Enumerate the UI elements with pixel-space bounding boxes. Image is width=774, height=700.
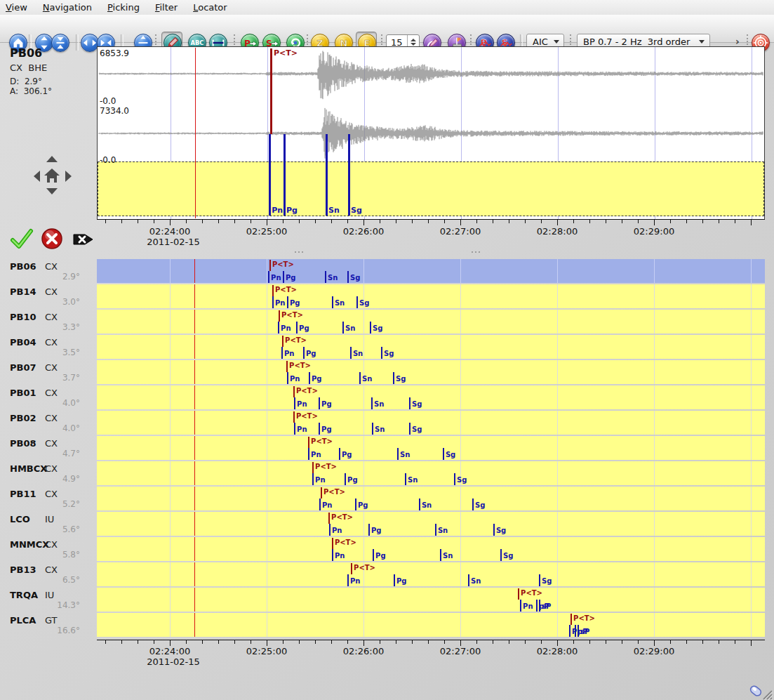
phase-pick-marker[interactable] [348, 134, 350, 216]
phase-pick-marker[interactable] [356, 296, 358, 308]
phase-pick-marker[interactable] [419, 498, 420, 510]
phase-pick-marker[interactable] [520, 600, 521, 612]
trace-row[interactable]: P<T>PnPgSnSg [97, 284, 765, 308]
station-label[interactable]: PB14CX3.0° [0, 284, 97, 308]
theoretical-pick-marker[interactable] [272, 285, 274, 296]
trace-row[interactable]: P<T>PnPgSnSg [97, 335, 765, 359]
trace-row[interactable]: P<T>PnPgSnSg [97, 310, 765, 334]
phase-pick-marker[interactable] [372, 423, 373, 435]
station-label[interactable]: PB10CX3.3° [0, 310, 97, 334]
phase-pick-marker[interactable] [272, 296, 274, 308]
nav-left-button[interactable] [34, 171, 40, 182]
phase-pick-marker[interactable] [575, 625, 576, 637]
nav-right-button[interactable] [65, 171, 72, 182]
station-label[interactable]: PB01CX4.0° [0, 385, 97, 409]
theoretical-pick-marker[interactable] [321, 487, 322, 498]
phase-pick-marker[interactable] [347, 574, 349, 586]
phase-pick-marker[interactable] [347, 271, 349, 283]
phase-pick-marker[interactable] [359, 372, 361, 384]
theoretical-pick-marker[interactable] [312, 462, 314, 473]
phase-pick-marker[interactable] [381, 347, 382, 359]
phase-pick-marker[interactable] [329, 524, 331, 536]
station-label[interactable]: PB08CX4.7° [0, 436, 97, 460]
trace-row[interactable]: P<T>PnPgSnSg [97, 385, 765, 409]
station-label[interactable]: TRQAIU14.3° [0, 588, 97, 612]
phase-pick-marker[interactable] [536, 600, 538, 612]
phase-pick-marker[interactable] [308, 448, 309, 460]
phase-pick-marker[interactable] [350, 347, 352, 359]
theoretical-pick-marker[interactable] [332, 538, 333, 549]
trace-row[interactable]: P<T>PpPsP [97, 613, 765, 637]
phase-pick-marker[interactable] [443, 448, 444, 460]
station-label[interactable]: PB02CX4.0° [0, 411, 97, 435]
theoretical-pick-marker[interactable] [518, 588, 519, 600]
phase-pick-marker[interactable] [283, 271, 284, 283]
station-label[interactable]: LCOIU5.6° [0, 512, 97, 536]
menu-picking[interactable]: Picking [100, 1, 147, 14]
amplitude-zoom-out-button[interactable] [51, 34, 69, 52]
phase-pick-marker[interactable] [468, 574, 469, 586]
theoretical-pick-marker[interactable] [308, 437, 309, 448]
theoretical-pick-marker[interactable] [269, 260, 271, 271]
phase-pick-marker[interactable] [332, 296, 333, 308]
station-label[interactable]: PB04CX3.5° [0, 335, 97, 359]
phase-pick-marker[interactable] [368, 524, 370, 536]
phase-pick-marker[interactable] [342, 322, 344, 334]
phase-pick-marker[interactable] [269, 134, 271, 216]
phase-pick-marker[interactable] [345, 473, 346, 485]
phase-pick-marker[interactable] [409, 397, 411, 409]
theoretical-pick-marker[interactable] [286, 361, 288, 372]
trace-row[interactable]: P<T>PnPgSnSg [97, 562, 765, 586]
phase-pick-marker[interactable] [493, 524, 495, 536]
trace-row[interactable]: P<T>PnPgSnSg [97, 411, 765, 435]
phase-pick-marker[interactable] [569, 625, 571, 637]
station-label[interactable]: MNMCXCX5.8° [0, 537, 97, 561]
phase-pick-marker[interactable] [326, 134, 328, 216]
move-to-trash-button[interactable] [72, 230, 95, 249]
trace-row[interactable]: P<T>PnPgSnSg [97, 512, 765, 536]
theoretical-pick-marker[interactable] [282, 336, 283, 347]
station-label[interactable]: PB13CX6.5° [0, 562, 97, 586]
menu-locator[interactable]: Locator [185, 1, 234, 14]
phase-pick-marker[interactable] [578, 625, 579, 637]
phase-pick-marker[interactable] [319, 397, 320, 409]
phase-pick-marker[interactable] [394, 574, 395, 586]
phase-pick-marker[interactable] [539, 600, 540, 612]
phase-pick-marker[interactable] [397, 448, 399, 460]
phase-pick-marker[interactable] [319, 498, 321, 510]
theoretical-pick-marker[interactable] [279, 310, 280, 322]
phase-pick-marker[interactable] [296, 322, 298, 334]
nav-up-button[interactable] [46, 156, 58, 162]
trace-row[interactable]: P<T>PnPgSnSg [97, 537, 765, 561]
station-label[interactable]: PLCAGT16.6° [0, 613, 97, 637]
nav-home-button[interactable] [44, 169, 60, 183]
splitter-handle[interactable] [472, 251, 481, 254]
phase-pick-marker[interactable] [281, 347, 283, 359]
phase-pick-marker[interactable] [393, 372, 394, 384]
nav-down-button[interactable] [46, 188, 58, 194]
phase-pick-marker[interactable] [278, 322, 279, 334]
phase-pick-marker[interactable] [287, 372, 288, 384]
trace-row[interactable]: P<T>PnpPsP [97, 588, 765, 612]
trace-row[interactable]: P<T>PnPgSnSg [97, 436, 765, 460]
trace-row[interactable]: P<T>PnPgSnSg [97, 461, 765, 485]
phase-pick-marker[interactable] [472, 498, 474, 510]
phase-pick-marker[interactable] [454, 473, 455, 485]
menu-view[interactable]: View [0, 1, 35, 14]
phase-pick-marker[interactable] [312, 473, 314, 485]
phase-pick-marker[interactable] [440, 549, 441, 561]
phase-pick-marker[interactable] [371, 397, 373, 409]
phase-pick-marker[interactable] [355, 498, 356, 510]
phase-pick-marker[interactable] [409, 423, 411, 435]
theoretical-pick-marker[interactable] [270, 48, 272, 134]
reject-pick-button[interactable] [41, 227, 63, 250]
trace-panel[interactable]: 6853.9-0.07334.0-0.0P<T>PnPgSnSg [97, 46, 765, 220]
phase-pick-marker[interactable] [319, 423, 320, 435]
phase-pick-marker[interactable] [370, 322, 371, 334]
station-label[interactable]: PB06CX2.9° [0, 259, 97, 283]
phase-pick-marker[interactable] [303, 347, 305, 359]
phase-pick-marker[interactable] [339, 448, 340, 460]
phase-pick-marker[interactable] [373, 549, 374, 561]
trace-row[interactable]: P<T>PnPgSnSg [97, 487, 765, 510]
menu-filter[interactable]: Filter [147, 1, 185, 14]
